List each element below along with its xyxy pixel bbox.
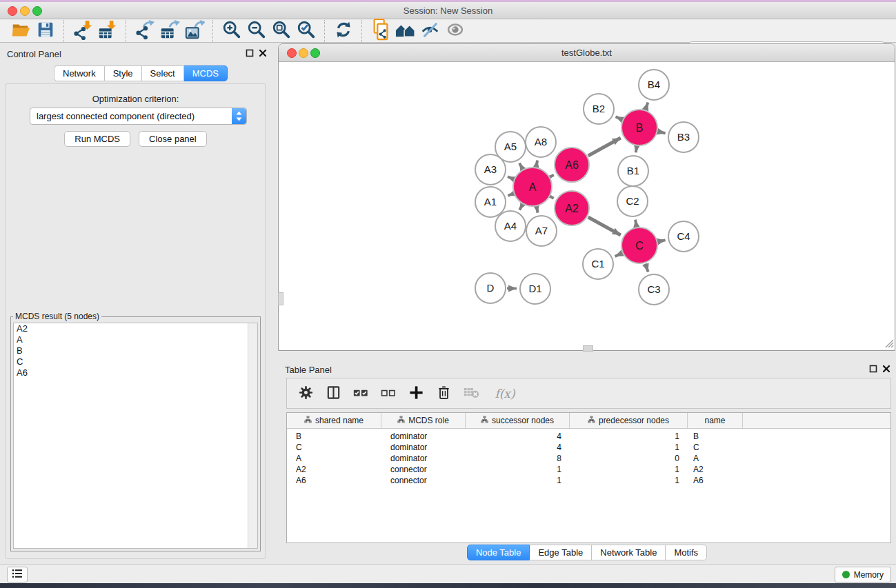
tab-network-table[interactable]: Network Table	[592, 545, 666, 560]
graph-node-A2[interactable]: A2	[555, 191, 589, 225]
column-chooser-button[interactable]	[324, 385, 342, 403]
graph-edge-C-C1[interactable]	[615, 253, 622, 256]
graph-edge-C-C2[interactable]	[635, 220, 637, 227]
tab-mcds[interactable]: MCDS	[184, 65, 228, 81]
zoom-fit-button[interactable]	[269, 20, 294, 42]
run-mcds-button[interactable]: Run MCDS	[64, 131, 130, 147]
graph-node-A8[interactable]: A8	[526, 127, 556, 157]
table-row[interactable]: A6connector11A6	[287, 475, 890, 486]
graph-edge-B-B2[interactable]	[616, 116, 622, 119]
graph-edge-C-C4[interactable]	[658, 240, 665, 241]
graph-edge-A-A8[interactable]	[536, 161, 537, 167]
add-column-button[interactable]	[407, 385, 425, 403]
tab-network[interactable]: Network	[54, 65, 105, 81]
graph-node-B3[interactable]: B3	[668, 122, 699, 152]
graph-node-A6[interactable]: A6	[555, 148, 589, 182]
table-settings-button[interactable]	[297, 385, 315, 403]
select-all-button[interactable]	[352, 385, 370, 403]
graph-node-B1[interactable]: B1	[618, 156, 648, 186]
column-header-successor-nodes[interactable]: successor nodes	[466, 413, 570, 428]
graph-node-D[interactable]: D	[475, 273, 506, 303]
float-panel-icon[interactable]	[869, 365, 877, 375]
graph-node-A1[interactable]: A1	[475, 187, 506, 217]
zoom-out-button[interactable]	[244, 20, 269, 42]
mcds-result-list[interactable]: A2 A B C A6	[13, 323, 258, 549]
tab-node-table[interactable]: Node Table	[467, 545, 530, 560]
network-canvas[interactable]: B4B2BB3A5A8A6B1A3AC2A1A2A4A7C4CC1C3DD1	[279, 61, 895, 350]
graph-node-A7[interactable]: A7	[526, 216, 557, 246]
graph-edge-A6-B[interactable]	[588, 138, 621, 156]
table-row[interactable]: Adominator80A	[287, 453, 890, 464]
import-network-button[interactable]	[70, 20, 95, 42]
result-item[interactable]: C	[14, 356, 257, 367]
float-panel-icon[interactable]	[246, 49, 254, 59]
memory-button[interactable]: Memory	[835, 567, 891, 582]
function-builder-button[interactable]: f(x)	[490, 385, 520, 403]
hide-panel-button[interactable]	[418, 20, 443, 42]
graph-node-C1[interactable]: C1	[583, 249, 613, 279]
tab-motifs[interactable]: Motifs	[666, 545, 707, 560]
tab-edge-table[interactable]: Edge Table	[530, 545, 592, 560]
result-item[interactable]: A2	[14, 323, 257, 334]
close-panel-button[interactable]: Close panel	[139, 131, 207, 147]
table-row[interactable]: A2connector11A2	[287, 464, 890, 475]
import-table-button[interactable]	[95, 20, 120, 42]
graph-node-B4[interactable]: B4	[639, 70, 669, 100]
graph-edge-A-A1[interactable]	[508, 194, 512, 196]
table-row[interactable]: Cdominator41C	[287, 442, 890, 453]
graph-edge-A-A3[interactable]	[508, 176, 513, 179]
refresh-button[interactable]	[331, 20, 356, 42]
splitter-handle-left[interactable]	[278, 292, 283, 305]
tab-select[interactable]: Select	[142, 65, 184, 81]
mcds-app-button[interactable]	[368, 20, 393, 42]
show-graphics-button[interactable]	[443, 20, 468, 42]
graph-node-A[interactable]: A	[513, 168, 552, 206]
close-panel-icon[interactable]	[259, 49, 267, 59]
graph-edge-C-C3[interactable]	[646, 264, 648, 272]
tab-style[interactable]: Style	[105, 65, 142, 81]
close-panel-icon[interactable]	[882, 365, 890, 375]
delete-column-button[interactable]	[435, 385, 452, 403]
graph-node-B2[interactable]: B2	[584, 94, 614, 124]
zoom-in-button[interactable]	[219, 20, 244, 42]
graph-edge-B-B3[interactable]	[658, 132, 665, 133]
save-session-button[interactable]	[33, 20, 58, 42]
delete-table-button[interactable]	[462, 385, 480, 403]
resize-grip-icon[interactable]	[884, 338, 894, 350]
column-header-shared-name[interactable]: shared name	[287, 413, 381, 428]
task-history-button[interactable]	[7, 567, 28, 582]
export-image-button[interactable]	[182, 20, 207, 42]
graph-edge-A-A2[interactable]	[550, 196, 553, 198]
graph-edge-A2-C[interactable]	[588, 217, 621, 235]
export-table-button[interactable]	[157, 20, 182, 42]
graph-node-A4[interactable]: A4	[495, 211, 526, 241]
column-header-predecessor-nodes[interactable]: predecessor nodes	[570, 413, 688, 428]
graph-node-C4[interactable]: C4	[668, 221, 699, 252]
graph-node-B[interactable]: B	[621, 110, 657, 145]
graph-node-A3[interactable]: A3	[475, 154, 506, 185]
graph-edge-B-B1[interactable]	[636, 147, 637, 153]
home-button[interactable]	[393, 20, 418, 42]
result-scrollbar[interactable]	[248, 323, 257, 548]
export-network-button[interactable]	[132, 20, 157, 42]
column-header-name[interactable]: name	[688, 413, 743, 428]
graph-edge-A-A6[interactable]	[550, 175, 554, 177]
column-header-mcds-role[interactable]: MCDS role	[381, 413, 466, 428]
table-row[interactable]: Bdominator41B	[287, 431, 890, 442]
graph-node-D1[interactable]: D1	[520, 274, 550, 304]
open-file-button[interactable]	[8, 20, 33, 42]
result-item[interactable]: A	[14, 334, 257, 345]
result-item[interactable]: B	[14, 345, 257, 356]
graph-node-C[interactable]: C	[621, 227, 657, 263]
deselect-all-button[interactable]	[379, 385, 397, 403]
optimization-criterion-select[interactable]: largest connected component (directed)	[30, 108, 247, 125]
result-item[interactable]: A6	[14, 367, 257, 378]
network-window-titlebar[interactable]: testGlobe.txt	[279, 44, 895, 62]
graph-node-C2[interactable]: C2	[617, 186, 648, 216]
graph-edge-A-A7[interactable]	[537, 207, 538, 212]
graph-edge-A-A4[interactable]	[519, 205, 522, 210]
graph-edge-A-A5[interactable]	[519, 163, 522, 169]
graph-node-C3[interactable]: C3	[639, 274, 669, 305]
zoom-selected-button[interactable]	[294, 20, 319, 42]
splitter-handle-bottom[interactable]	[583, 345, 593, 352]
